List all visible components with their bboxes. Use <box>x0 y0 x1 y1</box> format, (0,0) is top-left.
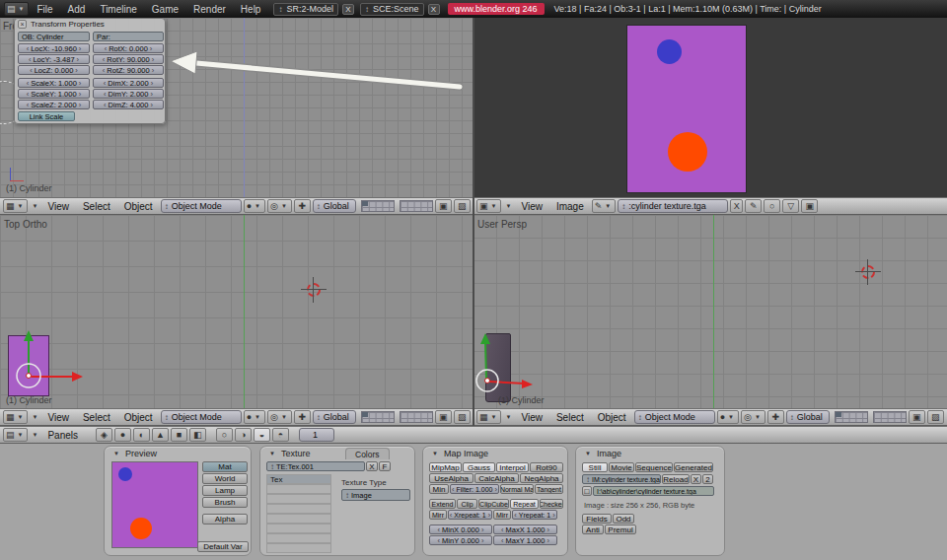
clipcube-toggle[interactable]: ClipCube <box>478 499 509 509</box>
texture-channel-row[interactable] <box>266 524 331 533</box>
anti-toggle[interactable]: Anti <box>582 525 604 534</box>
brush-dropdown[interactable]: ✎ ▼ <box>592 199 617 213</box>
editor-type-button[interactable]: ▣ ▼ <box>476 199 501 213</box>
viewport-user-canvas[interactable]: User Persp (1) Cylinder <box>474 215 947 408</box>
menu-timeline[interactable]: Timeline <box>93 4 143 15</box>
orientation-dropdown[interactable]: ↕ Global <box>313 410 356 424</box>
menu-object[interactable]: Object <box>592 412 632 423</box>
layer-buttons-group1[interactable] <box>361 200 395 212</box>
logic-context-button[interactable]: ◈ <box>96 428 112 442</box>
lock-toggle[interactable]: ▣ <box>801 199 818 213</box>
scene-context-button[interactable]: ◧ <box>189 428 206 442</box>
editor-type-button[interactable]: ▦ ▼ <box>476 410 501 424</box>
panel-collapse-icon[interactable]: ▼ <box>430 451 440 456</box>
preview-brush-button[interactable]: Brush <box>202 497 248 508</box>
miny-field[interactable]: MinY 0.000 <box>429 535 492 545</box>
texture-channel-row[interactable] <box>266 543 331 553</box>
reload-button[interactable]: Reload <box>662 474 690 484</box>
editor-type-button[interactable]: ▦ ▼ <box>3 410 28 424</box>
orientation-dropdown[interactable]: ↕ Global <box>313 199 356 213</box>
menu-render[interactable]: Render <box>186 4 233 15</box>
shading-context-button[interactable]: ◐ <box>133 428 150 442</box>
screen-close-button[interactable]: X <box>342 4 354 15</box>
snap-toggle[interactable]: ▽ <box>782 199 799 213</box>
preview-mat-button[interactable]: Mat <box>202 461 248 472</box>
header-collapse-icon[interactable]: ▼ <box>503 414 513 420</box>
texture-type-dropdown[interactable]: ↕ Image <box>341 489 410 501</box>
material-subcontext-button[interactable]: ◑ <box>235 428 252 442</box>
default-var-button[interactable]: Default Var <box>197 541 249 552</box>
mirror-y-toggle[interactable]: Mirr <box>493 510 511 520</box>
menu-object[interactable]: Object <box>118 412 159 423</box>
tangent-dropdown[interactable]: Tangent <box>535 484 563 494</box>
orientation-dropdown[interactable]: ↕ Global <box>786 410 830 424</box>
minx-field[interactable]: MinX 0.000 <box>429 525 492 534</box>
image-users-button[interactable]: 2 <box>702 474 713 484</box>
menu-view[interactable]: View <box>515 201 548 212</box>
pivot-dropdown[interactable]: ◎ ▼ <box>267 410 292 424</box>
header-collapse-icon[interactable]: ▼ <box>30 203 39 209</box>
odd-toggle[interactable]: Odd <box>613 514 634 524</box>
draw-paint-toggle[interactable]: ✎ <box>745 199 762 213</box>
menu-object[interactable]: Object <box>118 201 159 212</box>
texture-panel-header[interactable]: ▼ Texture <box>260 447 414 459</box>
header-collapse-icon[interactable]: ▼ <box>30 432 39 438</box>
texture-channel-row[interactable]: Tex <box>266 474 331 484</box>
render-preview-button[interactable]: ▨ <box>454 199 471 213</box>
mode-dropdown[interactable]: ↕ Object Mode <box>634 410 715 424</box>
pin-toggle[interactable]: ○ <box>764 199 780 213</box>
yrepeat-field[interactable]: Yrepeat: 1 <box>512 510 557 520</box>
layer-buttons-group1[interactable] <box>835 411 868 423</box>
lock-toggle[interactable]: ▣ <box>435 199 452 213</box>
premul-toggle[interactable]: Premul <box>605 525 636 534</box>
menu-add[interactable]: Add <box>61 4 93 15</box>
panel-collapse-icon[interactable]: ▼ <box>111 451 121 456</box>
preview-world-button[interactable]: World <box>202 473 248 484</box>
layer-buttons-group2[interactable] <box>400 200 433 212</box>
page-number-field[interactable]: 1 <box>299 428 334 442</box>
texture-unlink-button[interactable]: X <box>366 461 378 471</box>
object-context-button[interactable]: ▲ <box>152 428 169 442</box>
menu-view[interactable]: View <box>515 412 548 423</box>
colors-tab[interactable]: Colors <box>345 448 390 459</box>
maxx-field[interactable]: MaxX 1.000 <box>493 525 557 534</box>
image-unlink-button[interactable]: X <box>691 474 701 484</box>
menu-image[interactable]: Image <box>550 201 590 212</box>
draw-mode-dropdown[interactable]: ● ▼ <box>244 410 265 424</box>
pivot-dropdown[interactable]: ◎ ▼ <box>741 410 765 424</box>
menu-file[interactable]: File <box>30 4 59 15</box>
image-datablock-field[interactable]: ↕ IM:cylinder texture.tga <box>582 474 661 484</box>
uv-canvas[interactable] <box>474 18 947 197</box>
scene-selector[interactable]: ↕ SCE:Scene <box>360 3 424 16</box>
map-image-panel-header[interactable]: ▼ Map Image <box>423 447 567 459</box>
preview-lamp-button[interactable]: Lamp <box>202 485 248 496</box>
lock-toggle[interactable]: ▣ <box>435 410 452 424</box>
movie-tab[interactable]: Movie <box>609 462 634 472</box>
filter-field[interactable]: Filter: 1.000 <box>450 484 499 494</box>
layer-buttons-group2[interactable] <box>400 411 433 423</box>
lock-toggle[interactable]: ▣ <box>909 410 925 424</box>
layer-buttons-group1[interactable] <box>361 411 395 423</box>
world-subcontext-button[interactable]: ◓ <box>272 428 289 442</box>
pivot-dropdown[interactable]: ◎ ▼ <box>267 199 292 213</box>
viewport-front-canvas[interactable]: Front Ortho (1) Cylinder × Transform Pro… <box>0 18 474 197</box>
image-path-field[interactable]: I:\ab\cylinder\cylinder texture.tga <box>593 486 714 496</box>
menu-view[interactable]: View <box>41 201 75 212</box>
texture-channel-row[interactable] <box>266 514 331 524</box>
texture-channel-row[interactable] <box>266 504 331 514</box>
preview-panel-header[interactable]: ▼ Preview <box>105 447 251 459</box>
negalpha-toggle[interactable]: NegAlpha <box>520 473 563 483</box>
manipulator-toggle[interactable]: ✚ <box>294 410 311 424</box>
menu-select[interactable]: Select <box>550 412 590 423</box>
render-preview-button[interactable]: ▨ <box>454 410 471 424</box>
sequence-tab[interactable]: Sequence <box>635 462 673 472</box>
viewport-top-canvas[interactable]: Top Ortho (1) Cylinder <box>0 215 474 408</box>
image-datablock-selector[interactable]: ↕ :cylinder texture.tga <box>618 199 728 213</box>
draw-mode-dropdown[interactable]: ● ▼ <box>244 199 265 213</box>
repeat-toggle[interactable]: Repeat <box>510 499 539 509</box>
maxy-field[interactable]: MaxY 1.000 <box>493 535 557 545</box>
screen-selector[interactable]: ↕ SR:2-Model <box>273 3 338 16</box>
manipulator-toggle[interactable]: ✚ <box>767 410 784 424</box>
generated-tab[interactable]: Generated <box>674 462 713 472</box>
interpol-toggle[interactable]: Interpol <box>496 462 529 472</box>
